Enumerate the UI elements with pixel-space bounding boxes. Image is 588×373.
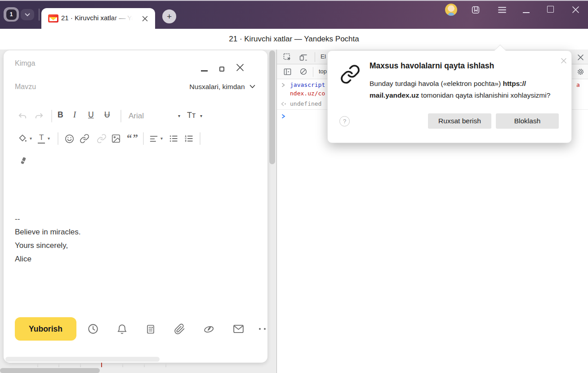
inspect-element-icon[interactable]	[282, 52, 292, 62]
popup-url-scheme: https://	[503, 80, 526, 87]
compose-close-icon[interactable]	[236, 63, 245, 72]
browser-window: 1 21 · Kiruvchi xatlar — Yan +	[0, 0, 588, 373]
fill-color-caret-icon[interactable]: ▾	[30, 136, 32, 141]
expand-arrow-icon[interactable]	[281, 82, 285, 88]
to-placeholder: Kimga	[15, 59, 35, 67]
subject-placeholder: Mavzu	[15, 83, 36, 91]
emoji-icon[interactable]	[64, 133, 75, 144]
ruler-tick-red	[101, 363, 102, 367]
align-icon[interactable]	[148, 134, 159, 144]
attach-file-icon[interactable]	[174, 323, 185, 335]
remove-link-icon[interactable]	[96, 133, 107, 144]
body-line: Believe in miracles.	[15, 228, 80, 237]
tab-title-fade	[111, 14, 137, 23]
chevron-down-icon	[25, 13, 30, 17]
chevron-down-icon	[249, 85, 255, 89]
page-title: 21 · Kiruvchi xatlar — Yandeks Pochta	[159, 29, 429, 49]
schedule-send-icon[interactable]	[87, 323, 99, 335]
ruler-tick	[80, 364, 81, 367]
template-icon[interactable]	[145, 323, 156, 335]
compose-horizontal-scrollbar[interactable]	[5, 357, 160, 362]
tab-close-icon[interactable]	[141, 15, 148, 22]
bold-button[interactable]: B	[58, 110, 63, 120]
console-context-select[interactable]: top	[319, 68, 327, 75]
more-actions-icon[interactable]	[259, 328, 266, 330]
undo-icon[interactable]	[17, 111, 28, 121]
console-sidebar-icon[interactable]	[282, 67, 292, 76]
plus-icon: +	[167, 12, 172, 22]
tab-group-badge[interactable]: 1	[4, 7, 19, 22]
new-tab-button[interactable]: +	[162, 9, 176, 23]
cc-from-label: Nusxalari, kimdan	[189, 83, 245, 90]
underline-button[interactable]: U	[88, 110, 94, 120]
send-button[interactable]: Yuborish	[15, 317, 76, 341]
numbered-list-icon[interactable]	[183, 133, 194, 144]
popup-title: Maxsus havolalarni qayta ishlash	[370, 61, 494, 71]
allow-button[interactable]: Ruxsat berish	[428, 113, 491, 129]
fill-color-icon[interactable]	[17, 133, 28, 144]
menu-icon[interactable]	[497, 5, 507, 14]
message-body-editor[interactable]: -- Believe in miracles. Yours sincerely,…	[4, 172, 255, 307]
align-caret-icon[interactable]: ▾	[160, 136, 163, 141]
side-panel-icon[interactable]	[470, 4, 481, 15]
quote-icon[interactable]: “”	[127, 132, 139, 144]
link-handler-popup: Maxsus havolalarni qayta ishlash Bunday …	[327, 50, 572, 143]
compose-window: Kimga Mavzu Nusxalari, kimdan B	[4, 50, 267, 363]
link-icon	[339, 63, 362, 86]
compose-restore-icon[interactable]	[219, 67, 224, 72]
eraser-icon[interactable]	[18, 155, 29, 166]
attach-from-disk-icon[interactable]	[202, 323, 215, 335]
text-color-caret-icon[interactable]: ▾	[48, 136, 50, 141]
ruler-tick	[58, 364, 59, 367]
font-size-caret-icon[interactable]: ▾	[200, 113, 202, 118]
ruler-tick	[37, 364, 38, 367]
font-family-caret-icon[interactable]: ▾	[178, 113, 180, 118]
italic-button[interactable]: I	[73, 110, 76, 120]
console-result-value: undefined	[290, 100, 321, 107]
page-vertical-scrollbar[interactable]	[269, 50, 275, 164]
bullet-list-icon[interactable]	[168, 133, 179, 144]
body-line: Yours sincerely,	[15, 241, 68, 250]
yandex-mail-favicon	[48, 14, 58, 22]
console-input-keyword: javascript	[290, 81, 325, 88]
tab-group-count: 1	[6, 9, 17, 20]
devtools-elements-tab[interactable]: El	[321, 53, 326, 60]
redo-icon[interactable]	[33, 111, 44, 121]
tab-yandex-mail[interactable]: 21 · Kiruvchi xatlar — Yan	[41, 8, 155, 29]
devtools-close-icon[interactable]	[576, 53, 584, 61]
body-line: Alice	[15, 255, 31, 264]
popup-close-icon[interactable]	[560, 57, 567, 64]
insert-image-icon[interactable]	[111, 133, 121, 144]
titlebar-divider	[39, 9, 40, 21]
avatar[interactable]	[445, 4, 457, 16]
console-prompt-icon[interactable]	[281, 113, 285, 119]
mail-page-background: Kimga Mavzu Nusxalari, kimdan B	[0, 49, 276, 373]
strikethrough-button[interactable]: U	[104, 110, 110, 120]
ruler-tick	[122, 364, 123, 367]
help-icon[interactable]: ?	[339, 116, 350, 126]
ruler-tick	[144, 364, 145, 367]
font-size-button[interactable]: Tт	[187, 111, 196, 120]
font-family-select[interactable]: Arial	[129, 112, 144, 121]
window-close-icon[interactable]	[571, 5, 579, 13]
text-color-button[interactable]: T	[38, 133, 45, 144]
insert-link-icon[interactable]	[79, 133, 90, 144]
block-button[interactable]: Bloklash	[496, 113, 559, 129]
clear-console-icon[interactable]	[298, 67, 308, 76]
popup-url-host: mail.yandex.uz	[370, 91, 419, 99]
window-maximize-icon[interactable]	[547, 6, 554, 13]
console-input-line1-tail: a	[576, 81, 580, 88]
notify-bell-icon[interactable]	[116, 323, 128, 335]
window-minimize-icon[interactable]	[523, 12, 530, 13]
body-line: --	[15, 215, 20, 224]
cc-from-toggle[interactable]: Nusxalari, kimdan	[156, 83, 255, 91]
tab-group-chevron[interactable]	[21, 9, 34, 20]
devtools-settings-icon[interactable]	[576, 67, 584, 76]
to-field[interactable]: Kimga	[4, 55, 267, 76]
ruler-tick	[165, 364, 166, 367]
device-toolbar-icon[interactable]	[298, 52, 308, 62]
page-horizontal-scrollbar[interactable]	[0, 368, 100, 373]
console-return-icon	[281, 101, 287, 107]
attach-from-mail-icon[interactable]	[232, 323, 245, 335]
compose-minimize-icon[interactable]	[201, 70, 208, 72]
